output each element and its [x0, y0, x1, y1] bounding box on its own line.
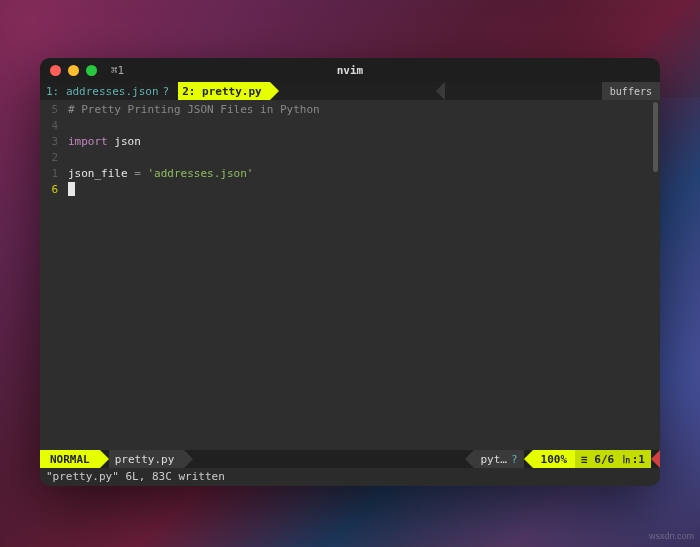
line-number: 4: [40, 118, 64, 134]
buffer-tab-pretty[interactable]: 2: pretty.py: [178, 82, 269, 100]
separator-icon: [436, 82, 445, 100]
titlebar: ⌘1 nvim: [40, 58, 660, 82]
buffer-tab-addresses[interactable]: 1: addresses.json ?: [40, 82, 169, 100]
filetype-text: pyt…: [480, 453, 507, 466]
blank-line: [68, 118, 660, 134]
separator-icon: [524, 450, 533, 468]
separator-icon: [169, 82, 178, 100]
buffers-label: buffers: [602, 82, 660, 100]
status-percent: 100%: [533, 450, 576, 468]
variable: json_file: [68, 167, 128, 180]
watermark: wsxdn.com: [649, 531, 694, 541]
status-filetype: pyt… ?: [474, 450, 523, 468]
line-number: 3: [40, 134, 64, 150]
status-position: ≡ 6/6 ㏑:1: [575, 450, 651, 468]
keyword: import: [68, 135, 108, 148]
window-title: nvim: [40, 64, 660, 77]
buffer-index: 2:: [182, 85, 195, 98]
separator-icon: [651, 450, 660, 468]
buffer-name: addresses.json: [66, 85, 159, 98]
line-number: 5: [40, 102, 64, 118]
blank-line: [68, 150, 660, 166]
cursor-icon: [68, 182, 75, 196]
line-number: 2: [40, 150, 64, 166]
code-comment: # Pretty Printing JSON Files in Python: [68, 103, 320, 116]
status-filename: pretty.py: [109, 450, 185, 468]
line-number-gutter: 5 4 3 2 1 6: [40, 100, 64, 450]
code-content[interactable]: # Pretty Printing JSON Files in Python i…: [64, 100, 660, 450]
separator-icon: [270, 82, 279, 100]
separator-icon: [100, 450, 109, 468]
module: json: [108, 135, 141, 148]
mode-indicator: NORMAL: [40, 450, 100, 468]
buffer-index: 1:: [46, 85, 59, 98]
separator-icon: [465, 450, 474, 468]
buffer-name: pretty.py: [202, 85, 262, 98]
terminal-window: ⌘1 nvim 1: addresses.json ? 2: pretty.py…: [40, 58, 660, 486]
string-literal: 'addresses.json': [147, 167, 253, 180]
status-line: NORMAL pretty.py pyt… ? 100% ≡ 6/6 ㏑:1: [40, 450, 660, 468]
command-line[interactable]: "pretty.py" 6L, 83C written: [40, 468, 660, 486]
buffer-flag-icon: ?: [163, 85, 170, 98]
operator: =: [128, 167, 148, 180]
buffer-tabline: 1: addresses.json ? 2: pretty.py buffers: [40, 82, 660, 100]
current-line-number: 6: [40, 182, 64, 198]
separator-icon: [184, 450, 193, 468]
editor-area[interactable]: 5 4 3 2 1 6 # Pretty Printing JSON Files…: [40, 100, 660, 450]
line-number: 1: [40, 166, 64, 182]
scrollbar[interactable]: [653, 102, 658, 172]
filetype-flag-icon: ?: [511, 453, 518, 466]
